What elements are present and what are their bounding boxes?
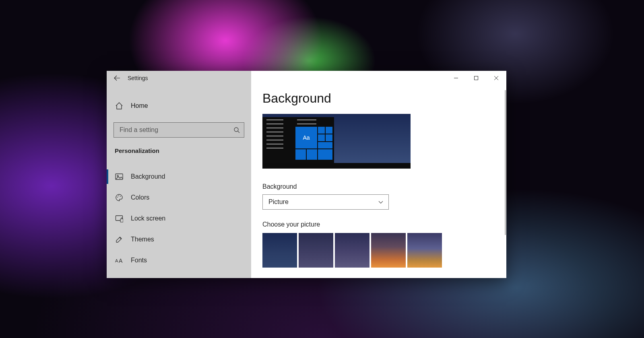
sidebar-item-label: Fonts bbox=[131, 257, 147, 264]
preview-taskbar bbox=[262, 163, 411, 169]
close-button[interactable] bbox=[486, 71, 506, 85]
background-field-label: Background bbox=[262, 183, 495, 190]
svg-point-9 bbox=[118, 196, 119, 196]
window-title: Settings bbox=[128, 75, 148, 81]
search-icon bbox=[233, 127, 240, 133]
picture-thumbnail[interactable] bbox=[371, 233, 406, 268]
home-label: Home bbox=[131, 102, 148, 109]
sidebar-item-label: Background bbox=[131, 173, 165, 180]
minimize-icon bbox=[454, 76, 458, 80]
wallpaper-preview: Aa bbox=[262, 114, 411, 169]
sidebar-header: Settings bbox=[107, 71, 251, 85]
search-box[interactable] bbox=[114, 122, 244, 138]
sidebar-item-background[interactable]: Background bbox=[107, 166, 251, 187]
back-button[interactable] bbox=[107, 71, 128, 85]
maximize-icon bbox=[474, 76, 479, 80]
fonts-icon: AA bbox=[115, 256, 124, 265]
picture-thumbnail[interactable] bbox=[335, 233, 369, 268]
svg-text:A: A bbox=[115, 258, 118, 263]
picture-thumbnail[interactable] bbox=[407, 233, 442, 268]
window-controls bbox=[446, 71, 506, 85]
sidebar-item-label: Lock screen bbox=[131, 215, 165, 222]
settings-window: Settings Home Personalization bbox=[107, 71, 506, 278]
svg-text:A: A bbox=[119, 258, 123, 264]
search-input[interactable] bbox=[120, 126, 233, 134]
svg-point-8 bbox=[117, 197, 118, 198]
page-title: Background bbox=[262, 91, 495, 106]
background-dropdown[interactable]: Picture bbox=[262, 194, 389, 210]
picture-thumbnail[interactable] bbox=[262, 233, 297, 268]
home-button[interactable]: Home bbox=[107, 97, 251, 115]
nav-list: Background Colors Lock screen bbox=[107, 166, 251, 271]
background-dropdown-value: Picture bbox=[268, 198, 289, 206]
arrow-left-icon bbox=[114, 75, 120, 81]
desktop-wallpaper: Settings Home Personalization bbox=[0, 0, 644, 338]
picture-thumbnails bbox=[262, 233, 495, 268]
maximize-button[interactable] bbox=[466, 71, 486, 85]
svg-point-7 bbox=[117, 175, 118, 176]
themes-icon bbox=[115, 235, 124, 244]
sidebar-item-colors[interactable]: Colors bbox=[107, 187, 251, 208]
sidebar-item-fonts[interactable]: AA Fonts bbox=[107, 250, 251, 271]
close-icon bbox=[494, 76, 499, 80]
sidebar-item-themes[interactable]: Themes bbox=[107, 229, 251, 250]
preview-startmenu: Aa bbox=[262, 117, 334, 163]
svg-line-5 bbox=[238, 131, 239, 133]
lock-screen-icon bbox=[115, 214, 124, 223]
minimize-button[interactable] bbox=[446, 71, 466, 85]
picture-icon bbox=[115, 172, 124, 181]
sidebar: Settings Home Personalization bbox=[107, 71, 251, 278]
section-label: Personalization bbox=[107, 138, 251, 154]
home-icon bbox=[115, 101, 124, 110]
main-pane: Background Aa Background bbox=[251, 71, 506, 278]
svg-point-10 bbox=[120, 196, 121, 197]
svg-rect-12 bbox=[120, 219, 123, 222]
choose-picture-label: Choose your picture bbox=[262, 221, 495, 228]
sidebar-item-label: Colors bbox=[131, 194, 149, 201]
svg-point-4 bbox=[234, 128, 238, 132]
scrollbar[interactable] bbox=[505, 90, 506, 235]
palette-icon bbox=[115, 193, 124, 202]
sidebar-item-label: Themes bbox=[131, 236, 154, 243]
picture-thumbnail[interactable] bbox=[299, 233, 333, 268]
sidebar-item-lock-screen[interactable]: Lock screen bbox=[107, 208, 251, 229]
preview-tile-aa: Aa bbox=[295, 127, 317, 148]
chevron-down-icon bbox=[378, 199, 384, 205]
svg-rect-1 bbox=[475, 76, 478, 80]
